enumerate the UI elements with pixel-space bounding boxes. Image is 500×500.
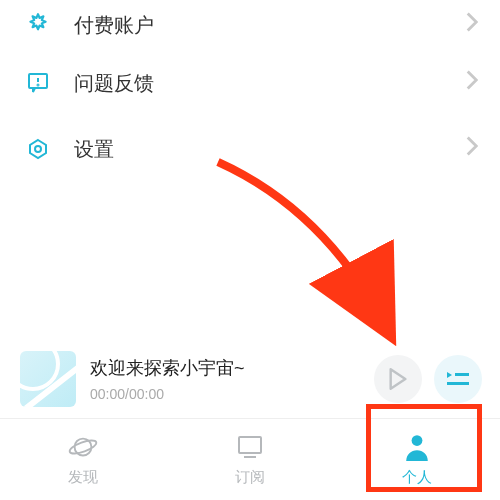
player-meta: 欢迎来探索小宇宙~ 00:00/00:00 (90, 356, 366, 402)
planet-icon (68, 432, 98, 462)
playlist-icon (446, 369, 470, 389)
nav-label: 个人 (402, 468, 432, 487)
play-button[interactable] (374, 355, 422, 403)
svg-point-2 (38, 85, 39, 86)
chevron-right-icon (466, 12, 478, 38)
player-time: 00:00/00:00 (90, 386, 366, 402)
svg-point-11 (411, 435, 422, 446)
menu-label: 设置 (74, 136, 466, 163)
nav-label: 订阅 (235, 468, 265, 487)
settings-list: 付费账户 问题反馈 设置 (0, 0, 500, 182)
person-icon (404, 432, 430, 462)
menu-label: 付费账户 (74, 12, 466, 39)
svg-rect-5 (455, 373, 469, 376)
svg-rect-6 (447, 382, 469, 385)
menu-item-paid-account[interactable]: 付费账户 (0, 0, 500, 50)
sparkle-icon (24, 11, 52, 39)
svg-marker-3 (30, 140, 46, 158)
mini-player[interactable]: 欢迎来探索小宇宙~ 00:00/00:00 (0, 340, 500, 418)
nav-profile[interactable]: 个人 (333, 419, 500, 500)
svg-point-8 (69, 438, 99, 456)
chevron-right-icon (466, 136, 478, 162)
bottom-nav: 发现 订阅 个人 (0, 418, 500, 500)
nav-discover[interactable]: 发现 (0, 419, 167, 500)
menu-item-settings[interactable]: 设置 (0, 116, 500, 182)
chevron-right-icon (466, 70, 478, 96)
play-icon (388, 368, 408, 390)
svg-point-4 (35, 146, 41, 152)
nav-label: 发现 (68, 468, 98, 487)
monitor-icon (236, 432, 264, 462)
nav-subscribe[interactable]: 订阅 (167, 419, 334, 500)
album-art (20, 351, 76, 407)
spacer (0, 182, 500, 340)
settings-hex-icon (24, 135, 52, 163)
menu-item-feedback[interactable]: 问题反馈 (0, 50, 500, 116)
feedback-icon (24, 69, 52, 97)
svg-rect-9 (239, 437, 261, 453)
menu-label: 问题反馈 (74, 70, 466, 97)
player-title: 欢迎来探索小宇宙~ (90, 356, 366, 380)
queue-button[interactable] (434, 355, 482, 403)
